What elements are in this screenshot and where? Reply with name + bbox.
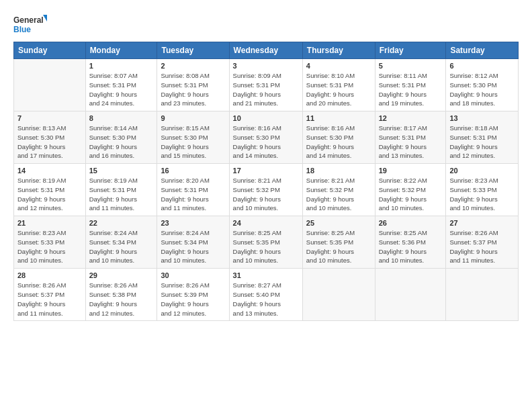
day-number: 20 bbox=[449, 167, 515, 175]
day-number: 18 bbox=[306, 167, 371, 175]
day-number: 3 bbox=[233, 62, 299, 70]
day-cell: 6Sunrise: 8:12 AMSunset: 5:30 PMDaylight… bbox=[446, 59, 519, 111]
day-number: 9 bbox=[161, 114, 225, 122]
day-cell: 31Sunrise: 8:27 AMSunset: 5:40 PMDayligh… bbox=[229, 269, 302, 321]
day-info: Sunrise: 8:25 AMSunset: 5:35 PMDaylight:… bbox=[306, 228, 371, 265]
day-number: 8 bbox=[89, 114, 154, 122]
weekday-header-row: SundayMondayTuesdayWednesdayThursdayFrid… bbox=[14, 42, 519, 59]
page-header: General Blue bbox=[13, 12, 519, 36]
week-row-3: 14Sunrise: 8:19 AMSunset: 5:31 PMDayligh… bbox=[14, 164, 519, 216]
day-cell: 4Sunrise: 8:10 AMSunset: 5:31 PMDaylight… bbox=[302, 59, 375, 111]
day-cell: 27Sunrise: 8:26 AMSunset: 5:37 PMDayligh… bbox=[446, 216, 519, 269]
day-info: Sunrise: 8:08 AMSunset: 5:31 PMDaylight:… bbox=[161, 71, 225, 108]
day-info: Sunrise: 8:20 AMSunset: 5:31 PMDaylight:… bbox=[161, 176, 225, 213]
day-number: 23 bbox=[161, 219, 225, 227]
week-row-4: 21Sunrise: 8:23 AMSunset: 5:33 PMDayligh… bbox=[14, 216, 519, 269]
day-info: Sunrise: 8:26 AMSunset: 5:37 PMDaylight:… bbox=[17, 281, 82, 318]
day-number: 22 bbox=[89, 219, 154, 227]
day-info: Sunrise: 8:23 AMSunset: 5:33 PMDaylight:… bbox=[17, 228, 82, 265]
weekday-friday: Friday bbox=[375, 42, 446, 59]
day-cell: 11Sunrise: 8:16 AMSunset: 5:30 PMDayligh… bbox=[302, 111, 375, 164]
day-number: 31 bbox=[233, 271, 299, 279]
day-number: 28 bbox=[17, 271, 82, 279]
day-number: 12 bbox=[379, 114, 443, 122]
day-number: 30 bbox=[161, 271, 225, 279]
day-cell: 13Sunrise: 8:18 AMSunset: 5:31 PMDayligh… bbox=[446, 111, 519, 164]
day-number: 10 bbox=[233, 114, 299, 122]
day-cell: 16Sunrise: 8:20 AMSunset: 5:31 PMDayligh… bbox=[157, 164, 229, 216]
week-row-2: 7Sunrise: 8:13 AMSunset: 5:30 PMDaylight… bbox=[14, 111, 519, 164]
day-cell: 17Sunrise: 8:21 AMSunset: 5:32 PMDayligh… bbox=[229, 164, 302, 216]
day-number: 25 bbox=[306, 219, 371, 227]
day-cell: 21Sunrise: 8:23 AMSunset: 5:33 PMDayligh… bbox=[14, 216, 86, 269]
day-info: Sunrise: 8:22 AMSunset: 5:32 PMDaylight:… bbox=[379, 176, 443, 213]
logo-svg: General Blue bbox=[13, 12, 47, 36]
day-info: Sunrise: 8:16 AMSunset: 5:30 PMDaylight:… bbox=[233, 124, 299, 161]
svg-text:General: General bbox=[13, 15, 44, 25]
day-number: 27 bbox=[449, 219, 515, 227]
day-cell: 29Sunrise: 8:26 AMSunset: 5:38 PMDayligh… bbox=[85, 269, 157, 321]
day-info: Sunrise: 8:23 AMSunset: 5:33 PMDaylight:… bbox=[449, 176, 515, 213]
svg-marker-2 bbox=[43, 15, 47, 21]
day-cell: 26Sunrise: 8:25 AMSunset: 5:36 PMDayligh… bbox=[375, 216, 446, 269]
day-info: Sunrise: 8:09 AMSunset: 5:31 PMDaylight:… bbox=[233, 71, 299, 108]
day-number: 6 bbox=[449, 62, 515, 70]
day-number: 16 bbox=[161, 167, 225, 175]
svg-text:Blue: Blue bbox=[13, 25, 31, 34]
day-number: 5 bbox=[379, 62, 443, 70]
day-cell: 15Sunrise: 8:19 AMSunset: 5:31 PMDayligh… bbox=[85, 164, 157, 216]
weekday-wednesday: Wednesday bbox=[229, 42, 302, 59]
weekday-tuesday: Tuesday bbox=[157, 42, 229, 59]
day-cell: 5Sunrise: 8:11 AMSunset: 5:31 PMDaylight… bbox=[375, 59, 446, 111]
day-number: 1 bbox=[89, 62, 154, 70]
day-info: Sunrise: 8:25 AMSunset: 5:36 PMDaylight:… bbox=[379, 228, 443, 265]
day-info: Sunrise: 8:07 AMSunset: 5:31 PMDaylight:… bbox=[89, 71, 154, 108]
day-info: Sunrise: 8:26 AMSunset: 5:38 PMDaylight:… bbox=[89, 281, 154, 318]
day-number: 11 bbox=[306, 114, 371, 122]
day-info: Sunrise: 8:26 AMSunset: 5:37 PMDaylight:… bbox=[449, 228, 515, 265]
day-info: Sunrise: 8:21 AMSunset: 5:32 PMDaylight:… bbox=[306, 176, 371, 213]
day-info: Sunrise: 8:13 AMSunset: 5:30 PMDaylight:… bbox=[17, 124, 82, 161]
day-info: Sunrise: 8:11 AMSunset: 5:31 PMDaylight:… bbox=[379, 71, 443, 108]
day-info: Sunrise: 8:16 AMSunset: 5:30 PMDaylight:… bbox=[306, 124, 371, 161]
day-cell: 30Sunrise: 8:26 AMSunset: 5:39 PMDayligh… bbox=[157, 269, 229, 321]
calendar: SundayMondayTuesdayWednesdayThursdayFrid… bbox=[13, 42, 519, 321]
day-number: 15 bbox=[89, 167, 154, 175]
day-cell: 28Sunrise: 8:26 AMSunset: 5:37 PMDayligh… bbox=[14, 269, 86, 321]
day-cell bbox=[446, 269, 519, 321]
day-cell: 7Sunrise: 8:13 AMSunset: 5:30 PMDaylight… bbox=[14, 111, 86, 164]
day-info: Sunrise: 8:27 AMSunset: 5:40 PMDaylight:… bbox=[233, 281, 299, 318]
day-info: Sunrise: 8:25 AMSunset: 5:35 PMDaylight:… bbox=[233, 228, 299, 265]
day-cell: 18Sunrise: 8:21 AMSunset: 5:32 PMDayligh… bbox=[302, 164, 375, 216]
day-info: Sunrise: 8:21 AMSunset: 5:32 PMDaylight:… bbox=[233, 176, 299, 213]
weekday-monday: Monday bbox=[85, 42, 157, 59]
day-cell bbox=[302, 269, 375, 321]
day-cell: 23Sunrise: 8:24 AMSunset: 5:34 PMDayligh… bbox=[157, 216, 229, 269]
day-cell: 19Sunrise: 8:22 AMSunset: 5:32 PMDayligh… bbox=[375, 164, 446, 216]
day-info: Sunrise: 8:18 AMSunset: 5:31 PMDaylight:… bbox=[449, 124, 515, 161]
day-number: 4 bbox=[306, 62, 371, 70]
day-info: Sunrise: 8:12 AMSunset: 5:30 PMDaylight:… bbox=[449, 71, 515, 108]
day-cell: 2Sunrise: 8:08 AMSunset: 5:31 PMDaylight… bbox=[157, 59, 229, 111]
day-number: 19 bbox=[379, 167, 443, 175]
logo: General Blue bbox=[13, 12, 47, 36]
day-cell: 24Sunrise: 8:25 AMSunset: 5:35 PMDayligh… bbox=[229, 216, 302, 269]
day-info: Sunrise: 8:15 AMSunset: 5:30 PMDaylight:… bbox=[161, 124, 225, 161]
weekday-thursday: Thursday bbox=[302, 42, 375, 59]
day-number: 13 bbox=[449, 114, 515, 122]
week-row-1: 1Sunrise: 8:07 AMSunset: 5:31 PMDaylight… bbox=[14, 59, 519, 111]
day-cell: 12Sunrise: 8:17 AMSunset: 5:31 PMDayligh… bbox=[375, 111, 446, 164]
day-cell: 10Sunrise: 8:16 AMSunset: 5:30 PMDayligh… bbox=[229, 111, 302, 164]
week-row-5: 28Sunrise: 8:26 AMSunset: 5:37 PMDayligh… bbox=[14, 269, 519, 321]
day-info: Sunrise: 8:24 AMSunset: 5:34 PMDaylight:… bbox=[89, 228, 154, 265]
day-cell bbox=[14, 59, 86, 111]
day-cell: 25Sunrise: 8:25 AMSunset: 5:35 PMDayligh… bbox=[302, 216, 375, 269]
day-number: 24 bbox=[233, 219, 299, 227]
day-number: 14 bbox=[17, 167, 82, 175]
day-info: Sunrise: 8:19 AMSunset: 5:31 PMDaylight:… bbox=[17, 176, 82, 213]
day-number: 17 bbox=[233, 167, 299, 175]
day-number: 26 bbox=[379, 219, 443, 227]
day-info: Sunrise: 8:10 AMSunset: 5:31 PMDaylight:… bbox=[306, 71, 371, 108]
weekday-sunday: Sunday bbox=[14, 42, 86, 59]
day-cell: 14Sunrise: 8:19 AMSunset: 5:31 PMDayligh… bbox=[14, 164, 86, 216]
